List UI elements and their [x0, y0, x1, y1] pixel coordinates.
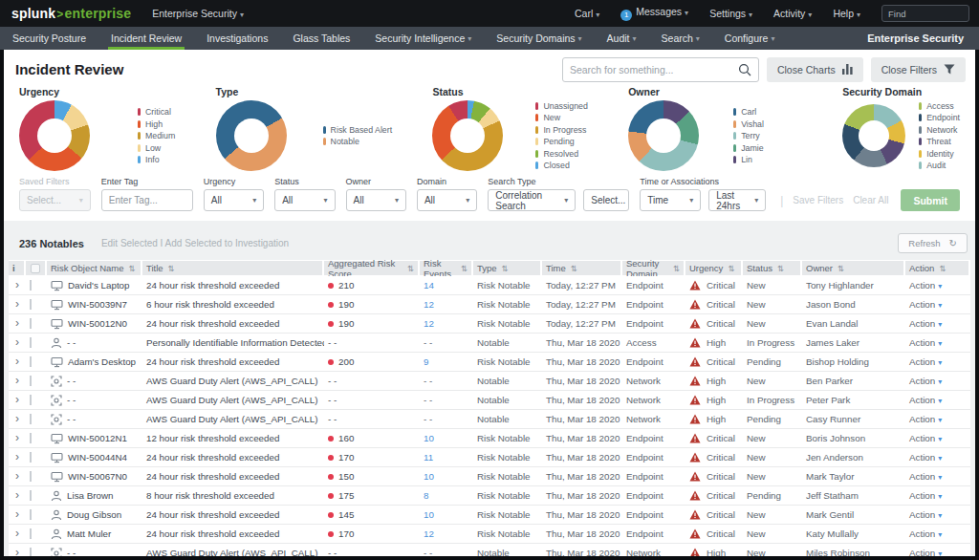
- donut-chart[interactable]: [432, 100, 503, 171]
- row-checkbox[interactable]: [30, 376, 32, 386]
- action-menu[interactable]: Action▾: [905, 490, 970, 501]
- notables-search-input[interactable]: [570, 64, 738, 75]
- expand-row-button[interactable]: ›: [9, 375, 26, 388]
- expand-row-button[interactable]: ›: [9, 489, 26, 503]
- messages-menu[interactable]: 1Messages▾: [620, 6, 688, 21]
- expand-row-button[interactable]: ›: [9, 413, 26, 426]
- time-range-select[interactable]: Last 24hrs▾: [708, 189, 766, 211]
- sort-icon[interactable]: ⇅: [571, 264, 577, 273]
- action-menu[interactable]: Action▾: [905, 433, 970, 443]
- close-filters-button[interactable]: Close Filters: [871, 57, 966, 82]
- sort-icon[interactable]: ⇅: [838, 264, 844, 273]
- risk-events-link[interactable]: 8: [424, 490, 428, 501]
- donut-chart[interactable]: [628, 100, 699, 171]
- sort-icon[interactable]: ⇅: [407, 264, 414, 273]
- expand-row-button[interactable]: ›: [9, 528, 26, 541]
- refresh-button[interactable]: Refresh ↻: [898, 233, 968, 253]
- save-filters-link[interactable]: Save Filters: [793, 195, 843, 205]
- find-input[interactable]: [881, 5, 969, 22]
- search-icon[interactable]: [738, 63, 751, 76]
- row-checkbox[interactable]: [30, 471, 32, 482]
- row-checkbox[interactable]: [30, 509, 32, 520]
- expand-row-button[interactable]: ›: [9, 336, 26, 350]
- expand-row-button[interactable]: ›: [9, 547, 26, 557]
- row-checkbox[interactable]: [30, 299, 32, 310]
- risk-events-link[interactable]: 10: [424, 509, 434, 520]
- action-menu[interactable]: Action▾: [905, 280, 970, 291]
- help-menu[interactable]: Help▾: [833, 8, 860, 19]
- nav-tab-configure[interactable]: Configure▾: [712, 27, 788, 50]
- risk-events-link[interactable]: 12: [424, 318, 434, 329]
- sort-icon[interactable]: ⇅: [939, 264, 946, 273]
- nav-tab-glass-tables[interactable]: Glass Tables: [280, 27, 362, 50]
- search-type-select[interactable]: Correlation Search▾: [488, 189, 576, 211]
- donut-chart[interactable]: [216, 100, 287, 171]
- row-checkbox[interactable]: [30, 337, 32, 348]
- bulk-action-links[interactable]: Edit Selected I Add Selected to Investig…: [101, 238, 289, 248]
- sort-icon[interactable]: ⇅: [168, 264, 175, 273]
- clear-all-link[interactable]: Clear All: [853, 195, 888, 205]
- saved-filters-select[interactable]: Select...▾: [19, 189, 91, 211]
- action-menu[interactable]: Action▾: [905, 414, 970, 424]
- expand-row-button[interactable]: ›: [9, 394, 26, 407]
- expand-row-button[interactable]: ›: [9, 355, 26, 369]
- owner-filter-select[interactable]: All▾: [346, 189, 406, 211]
- risk-events-link[interactable]: 10: [424, 433, 434, 443]
- expand-row-button[interactable]: ›: [9, 317, 26, 331]
- sort-icon[interactable]: ⇅: [673, 264, 680, 273]
- expand-row-button[interactable]: ›: [9, 508, 26, 522]
- domain-filter-select[interactable]: All▾: [417, 189, 477, 211]
- settings-menu[interactable]: Settings▾: [709, 8, 752, 19]
- row-checkbox[interactable]: [30, 414, 32, 424]
- action-menu[interactable]: Action▾: [905, 452, 970, 463]
- nav-tab-security-intelligence[interactable]: Security Intelligence▾: [362, 27, 484, 50]
- status-filter-select[interactable]: All▾: [274, 189, 335, 211]
- risk-events-link[interactable]: 12: [424, 299, 434, 310]
- action-menu[interactable]: Action▾: [905, 471, 970, 482]
- row-checkbox[interactable]: [30, 356, 32, 367]
- expand-row-button[interactable]: ›: [9, 451, 26, 464]
- row-checkbox[interactable]: [30, 452, 32, 463]
- action-menu[interactable]: Action▾: [905, 376, 970, 386]
- notables-search-box[interactable]: [562, 57, 759, 82]
- risk-events-link[interactable]: 11: [424, 452, 433, 463]
- app-selector-menu[interactable]: Enterprise Security▾: [152, 8, 244, 19]
- urgency-filter-select[interactable]: All▾: [204, 189, 264, 211]
- row-checkbox[interactable]: [30, 280, 32, 291]
- row-checkbox[interactable]: [30, 433, 32, 443]
- expand-row-button[interactable]: ›: [9, 298, 26, 312]
- donut-chart[interactable]: [842, 104, 905, 167]
- correlation-search-select[interactable]: Select...: [583, 189, 629, 211]
- submit-button[interactable]: Submit: [901, 189, 960, 211]
- nav-tab-incident-review[interactable]: Incident Review: [98, 27, 194, 50]
- risk-events-link[interactable]: 14: [424, 280, 434, 291]
- action-menu[interactable]: Action▾: [905, 337, 970, 348]
- risk-events-link[interactable]: 10: [424, 471, 434, 482]
- nav-tab-security-posture[interactable]: Security Posture: [0, 27, 98, 50]
- expand-row-button[interactable]: ›: [9, 432, 26, 445]
- row-checkbox[interactable]: [30, 548, 32, 556]
- action-menu[interactable]: Action▾: [905, 318, 970, 329]
- action-menu[interactable]: Action▾: [905, 356, 970, 367]
- expand-row-button[interactable]: ›: [9, 279, 26, 292]
- enter-tag-input[interactable]: [101, 189, 193, 211]
- row-checkbox[interactable]: [30, 395, 32, 405]
- donut-chart[interactable]: [19, 100, 90, 171]
- close-charts-button[interactable]: Close Charts: [767, 57, 863, 82]
- action-menu[interactable]: Action▾: [905, 548, 970, 556]
- row-checkbox[interactable]: [30, 318, 32, 329]
- user-menu[interactable]: Carl▾: [575, 8, 599, 19]
- action-menu[interactable]: Action▾: [905, 395, 970, 405]
- row-checkbox[interactable]: [30, 528, 32, 539]
- nav-tab-search[interactable]: Search▾: [649, 27, 712, 50]
- nav-tab-investigations[interactable]: Investigations: [194, 27, 280, 50]
- nav-tab-security-domains[interactable]: Security Domains▾: [484, 27, 594, 50]
- sort-icon[interactable]: ⇅: [502, 264, 509, 273]
- row-checkbox[interactable]: [30, 490, 32, 501]
- risk-events-link[interactable]: 9: [424, 356, 428, 367]
- action-menu[interactable]: Action▾: [905, 509, 970, 520]
- sort-icon[interactable]: ⇅: [129, 264, 136, 273]
- sort-icon[interactable]: ⇅: [461, 264, 468, 273]
- activity-menu[interactable]: Activity▾: [773, 8, 812, 19]
- select-all-checkbox[interactable]: [31, 264, 40, 273]
